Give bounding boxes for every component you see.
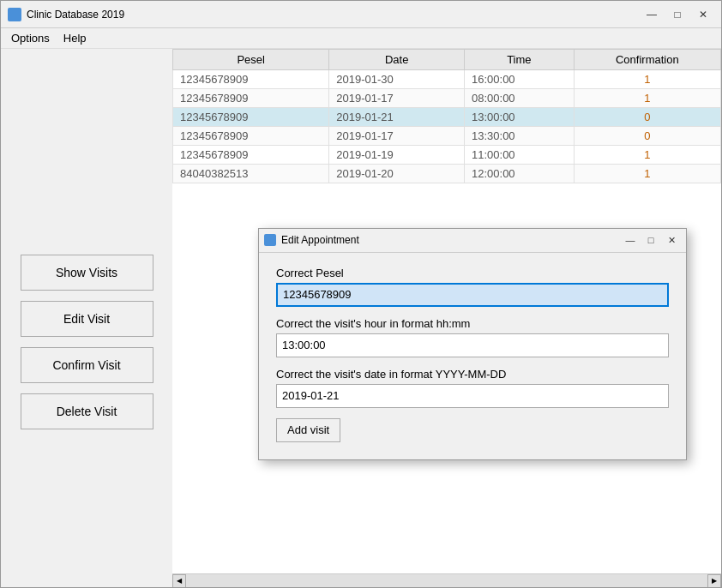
dialog-icon	[264, 234, 276, 246]
app-icon	[8, 8, 21, 21]
close-button[interactable]: ✕	[692, 6, 714, 23]
dialog-controls: — □ ✕	[621, 232, 681, 248]
cell-time: 13:00:00	[464, 108, 574, 127]
table-row[interactable]: 12345678909 2019-01-21 13:00:00 0	[173, 108, 721, 127]
cell-confirmation: 1	[574, 146, 720, 165]
pesel-label: Correct Pesel	[276, 267, 669, 279]
cell-pesel: 12345678909	[173, 127, 329, 146]
cell-date: 2019-01-30	[329, 70, 465, 89]
maximize-button[interactable]: □	[666, 6, 689, 23]
cell-confirmation: 1	[574, 89, 720, 108]
menu-help[interactable]: Help	[57, 30, 93, 46]
cell-confirmation: 1	[574, 70, 720, 89]
col-pesel: Pesel	[173, 50, 329, 70]
cell-date: 2019-01-17	[329, 127, 465, 146]
dialog-close-button[interactable]: ✕	[662, 232, 681, 248]
col-confirmation: Confirmation	[574, 50, 720, 70]
content-area: Show Visits Edit Visit Confirm Visit Del…	[1, 49, 721, 587]
table-row[interactable]: 12345678909 2019-01-17 13:30:00 0	[173, 127, 721, 146]
cell-pesel: 12345678909	[173, 70, 329, 89]
left-panel: Show Visits Edit Visit Confirm Visit Del…	[1, 49, 172, 587]
cell-pesel: 84040382513	[173, 165, 329, 183]
scroll-right-button[interactable]: ▶	[707, 574, 721, 588]
cell-pesel: 12345678909	[173, 89, 329, 108]
cell-date: 2019-01-19	[329, 146, 465, 165]
confirm-visit-button[interactable]: Confirm Visit	[21, 347, 153, 383]
show-visits-button[interactable]: Show Visits	[21, 255, 153, 291]
cell-confirmation: 0	[574, 127, 720, 146]
date-label: Correct the visit's date in format YYYY-…	[276, 368, 669, 381]
cell-confirmation: 0	[574, 108, 720, 127]
horizontal-scrollbar[interactable]: ◀ ▶	[172, 573, 721, 587]
window-controls: — □ ✕	[641, 6, 714, 23]
cell-time: 12:00:00	[464, 165, 574, 183]
cell-time: 16:00:00	[464, 70, 574, 89]
cell-time: 13:30:00	[464, 127, 574, 146]
delete-visit-button[interactable]: Delete Visit	[21, 393, 153, 429]
table-row[interactable]: 12345678909 2019-01-30 16:00:00 1	[173, 70, 721, 89]
table-row[interactable]: 12345678909 2019-01-19 11:00:00 1	[173, 146, 721, 165]
table-row[interactable]: 12345678909 2019-01-17 08:00:00 1	[173, 89, 721, 108]
col-date: Date	[329, 50, 465, 70]
time-input[interactable]	[276, 333, 669, 357]
cell-date: 2019-01-20	[329, 165, 465, 183]
add-visit-button[interactable]: Add visit	[276, 418, 340, 442]
cell-date: 2019-01-21	[329, 108, 465, 127]
minimize-button[interactable]: —	[641, 6, 663, 23]
scrollbar-track[interactable]	[186, 574, 707, 588]
edit-visit-button[interactable]: Edit Visit	[21, 301, 153, 337]
col-time: Time	[464, 50, 574, 70]
date-input[interactable]	[276, 384, 669, 408]
menu-options[interactable]: Options	[4, 30, 57, 46]
dialog-maximize-button[interactable]: □	[641, 232, 660, 248]
dialog-minimize-button[interactable]: —	[621, 232, 640, 248]
table-row[interactable]: 84040382513 2019-01-20 12:00:00 1	[173, 165, 721, 183]
edit-appointment-dialog: Edit Appointment — □ ✕ Correct Pesel Cor…	[258, 228, 687, 460]
cell-date: 2019-01-17	[329, 89, 465, 108]
right-panel: Pesel Date Time Confirmation 12345678909…	[172, 49, 721, 587]
cell-confirmation: 1	[574, 165, 720, 183]
title-bar: Clinic Database 2019 — □ ✕	[1, 1, 721, 28]
scroll-left-button[interactable]: ◀	[172, 574, 186, 588]
cell-pesel: 12345678909	[173, 146, 329, 165]
dialog-content: Correct Pesel Correct the visit's hour i…	[259, 253, 686, 459]
pesel-input[interactable]	[276, 283, 669, 307]
time-label: Correct the visit's hour in format hh:mm	[276, 317, 669, 330]
dialog-title-bar: Edit Appointment — □ ✕	[259, 229, 686, 253]
cell-pesel: 12345678909	[173, 108, 329, 127]
window-title: Clinic Database 2019	[27, 9, 641, 21]
menu-bar: Options Help	[1, 28, 721, 49]
dialog-title: Edit Appointment	[281, 234, 621, 246]
cell-time: 11:00:00	[464, 146, 574, 165]
main-window: Clinic Database 2019 — □ ✕ Options Help …	[0, 0, 722, 588]
visits-table: Pesel Date Time Confirmation 12345678909…	[172, 49, 721, 183]
cell-time: 08:00:00	[464, 89, 574, 108]
